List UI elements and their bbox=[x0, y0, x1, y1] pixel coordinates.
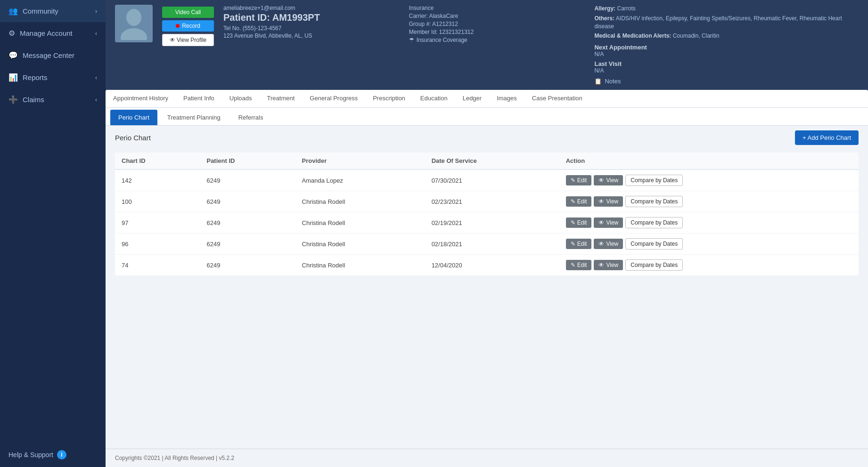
sidebar-item-reports[interactable]: 📊 Reports ‹ bbox=[0, 66, 106, 89]
edit-icon: ✎ bbox=[571, 198, 575, 205]
add-perio-chart-button[interactable]: + Add Perio Chart bbox=[795, 130, 859, 145]
edit-icon: ✎ bbox=[571, 262, 575, 268]
insurance-section: Insurance Carrier: AlaskaCare Group #: A… bbox=[409, 5, 585, 43]
umbrella-icon: ☂ bbox=[409, 37, 414, 43]
patient-phone: Tel No. (555)-123-4567 bbox=[223, 25, 400, 32]
patient-id: Patient ID: AM1993PT bbox=[223, 12, 400, 23]
member-row: Member Id: 12321321312 bbox=[409, 29, 585, 35]
carrier-row: Carrier: AlaskaCare bbox=[409, 13, 585, 19]
cell-date: 07/30/2021 bbox=[425, 169, 559, 191]
tab-perio-chart[interactable]: Perio Chart bbox=[110, 110, 157, 125]
tab-treatment[interactable]: Treatment bbox=[260, 90, 303, 107]
edit-button[interactable]: ✎ Edit bbox=[566, 217, 592, 228]
patient-photo bbox=[115, 5, 153, 42]
col-provider: Provider bbox=[295, 153, 425, 169]
edit-icon: ✎ bbox=[571, 177, 575, 184]
others-row: Others: AIDS/HIV infection, Epilepsy, Fa… bbox=[594, 15, 859, 31]
record-dot-icon bbox=[176, 24, 180, 28]
edit-button[interactable]: ✎ Edit bbox=[566, 175, 592, 185]
video-call-button[interactable]: Video Call bbox=[162, 7, 214, 18]
view-button[interactable]: 👁 View bbox=[594, 239, 623, 249]
tab-referrals[interactable]: Referrals bbox=[230, 110, 271, 125]
message-icon: 💬 bbox=[8, 51, 18, 60]
sidebar-item-label: Reports bbox=[23, 73, 48, 81]
patient-info-section: ameliabreeze+1@email.com Patient ID: AM1… bbox=[223, 5, 400, 40]
tab-uploads[interactable]: Uploads bbox=[222, 90, 260, 107]
edit-button[interactable]: ✎ Edit bbox=[566, 196, 592, 207]
chevron-icon: ‹ bbox=[95, 74, 97, 81]
help-support[interactable]: Help & Support i bbox=[0, 443, 106, 467]
community-icon: 👥 bbox=[8, 7, 18, 16]
tab-images[interactable]: Images bbox=[489, 90, 524, 107]
patient-email: ameliabreeze+1@email.com bbox=[223, 5, 400, 11]
last-visit: Last Visit N/A bbox=[594, 60, 859, 74]
view-button[interactable]: 👁 View bbox=[594, 217, 623, 228]
perio-chart-title: Perio Chart bbox=[115, 134, 151, 142]
cell-chart-id: 96 bbox=[115, 234, 200, 255]
sidebar: 👥 Community › ⚙ Manage Account ‹ 💬 Messa… bbox=[0, 0, 106, 467]
compare-by-dates-button[interactable]: Compare by Dates bbox=[625, 217, 683, 228]
cell-chart-id: 97 bbox=[115, 212, 200, 234]
cell-provider: Christina Rodell bbox=[295, 212, 425, 234]
table-row: 142 6249 Amanda Lopez 07/30/2021 ✎ Edit … bbox=[115, 169, 859, 191]
sidebar-item-community[interactable]: 👥 Community › bbox=[0, 0, 106, 22]
sidebar-item-label: Claims bbox=[23, 96, 44, 104]
sidebar-item-claims[interactable]: ➕ Claims ‹ bbox=[0, 89, 106, 111]
sidebar-item-label: Message Center bbox=[23, 51, 74, 59]
cell-date: 02/18/2021 bbox=[425, 234, 559, 255]
table-row: 100 6249 Christina Rodell 02/23/2021 ✎ E… bbox=[115, 191, 859, 212]
footer: Copyrights ©2021 | All Rights Reserved |… bbox=[106, 449, 868, 467]
help-support-label: Help & Support bbox=[8, 451, 53, 459]
sidebar-item-manage-account[interactable]: ⚙ Manage Account ‹ bbox=[0, 22, 106, 44]
gear-icon: ⚙ bbox=[8, 29, 15, 38]
tab-treatment-planning[interactable]: Treatment Planning bbox=[159, 110, 229, 125]
notes-button[interactable]: 📋 Notes bbox=[594, 78, 859, 85]
view-button[interactable]: 👁 View bbox=[594, 196, 623, 207]
compare-by-dates-button[interactable]: Compare by Dates bbox=[625, 238, 683, 250]
patient-header: Video Call Record 👁 View Profile ameliab… bbox=[106, 0, 868, 90]
tab-general-progress[interactable]: General Progress bbox=[302, 90, 365, 107]
record-button[interactable]: Record bbox=[162, 20, 214, 32]
cell-action: ✎ Edit 👁 View Compare by Dates bbox=[559, 255, 859, 276]
sidebar-item-message-center[interactable]: 💬 Message Center bbox=[0, 44, 106, 66]
chevron-icon: › bbox=[95, 8, 97, 15]
compare-by-dates-button[interactable]: Compare by Dates bbox=[625, 175, 683, 186]
cell-action: ✎ Edit 👁 View Compare by Dates bbox=[559, 212, 859, 234]
view-profile-button[interactable]: 👁 View Profile bbox=[162, 34, 214, 46]
compare-by-dates-button[interactable]: Compare by Dates bbox=[625, 259, 683, 271]
tab-case-presentation[interactable]: Case Presentation bbox=[524, 90, 590, 107]
perio-chart-table: Chart ID Patient ID Provider Date Of Ser… bbox=[115, 153, 859, 275]
tab-prescription[interactable]: Prescription bbox=[365, 90, 413, 107]
next-appointment: Next Appointment N/A bbox=[594, 44, 859, 57]
chevron-icon: ‹ bbox=[95, 97, 97, 103]
edit-button[interactable]: ✎ Edit bbox=[566, 260, 592, 270]
reports-icon: 📊 bbox=[8, 73, 18, 82]
col-chart-id: Chart ID bbox=[115, 153, 200, 169]
edit-icon: ✎ bbox=[571, 241, 575, 247]
compare-by-dates-button[interactable]: Compare by Dates bbox=[625, 196, 683, 207]
notes-icon: 📋 bbox=[594, 78, 602, 85]
cell-action: ✎ Edit 👁 View Compare by Dates bbox=[559, 191, 859, 212]
content-area: Appointment History Patient Info Uploads… bbox=[106, 90, 868, 467]
insurance-label: Insurance bbox=[409, 5, 585, 11]
info-icon: i bbox=[57, 450, 66, 459]
view-button[interactable]: 👁 View bbox=[594, 175, 623, 185]
col-patient-id: Patient ID bbox=[200, 153, 295, 169]
tab-patient-info[interactable]: Patient Info bbox=[176, 90, 222, 107]
cell-date: 02/23/2021 bbox=[425, 191, 559, 212]
table-row: 96 6249 Christina Rodell 02/18/2021 ✎ Ed… bbox=[115, 234, 859, 255]
claims-icon: ➕ bbox=[8, 95, 18, 104]
cell-provider: Christina Rodell bbox=[295, 191, 425, 212]
cell-action: ✎ Edit 👁 View Compare by Dates bbox=[559, 234, 859, 255]
eye-icon: 👁 bbox=[598, 241, 604, 247]
view-button[interactable]: 👁 View bbox=[594, 260, 623, 270]
col-action: Action bbox=[559, 153, 859, 169]
tabs-row-1: Appointment History Patient Info Uploads… bbox=[106, 90, 868, 108]
cell-chart-id: 142 bbox=[115, 169, 200, 191]
tab-ledger[interactable]: Ledger bbox=[455, 90, 489, 107]
sidebar-item-label: Manage Account bbox=[20, 29, 73, 37]
tab-appointment-history[interactable]: Appointment History bbox=[106, 90, 176, 107]
edit-button[interactable]: ✎ Edit bbox=[566, 239, 592, 249]
col-date: Date Of Service bbox=[425, 153, 559, 169]
tab-education[interactable]: Education bbox=[413, 90, 455, 107]
